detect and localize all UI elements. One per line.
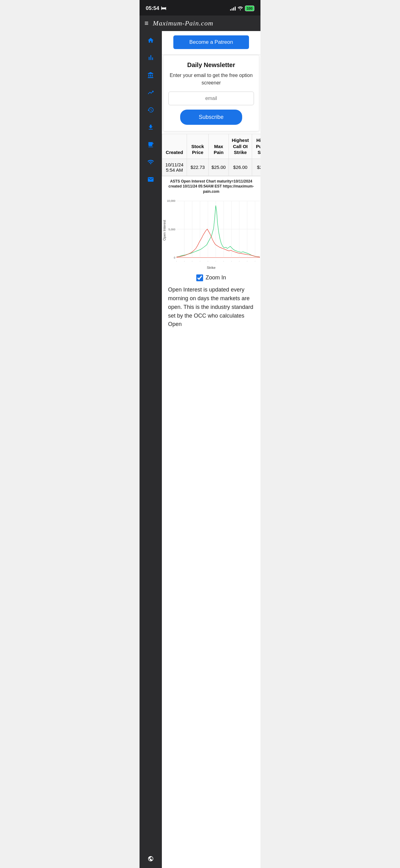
newsletter-section: Daily Newsletter Enter your email to get… bbox=[163, 55, 259, 131]
download-icon[interactable] bbox=[144, 122, 158, 133]
svg-text:.: . bbox=[200, 259, 200, 262]
chart-section: ASTS Open Interest Chart maturity=10/11/… bbox=[162, 176, 261, 334]
svg-text:.: . bbox=[176, 259, 177, 262]
svg-text:.: . bbox=[231, 259, 232, 262]
svg-text:.: . bbox=[247, 259, 247, 262]
status-time: 05:54 🛏 bbox=[146, 5, 166, 11]
home-icon[interactable] bbox=[144, 35, 158, 46]
chart-svg: 10,000 5,000 0 bbox=[167, 195, 261, 264]
col-header-call: Highest Call OI Strike bbox=[229, 134, 252, 159]
svg-text:5,000: 5,000 bbox=[168, 228, 175, 231]
history-icon[interactable] bbox=[144, 104, 158, 116]
cell-stock-price: $22.73 bbox=[187, 159, 209, 176]
signal-bars bbox=[230, 6, 236, 10]
col-header-put: Highe Put OI Strik bbox=[252, 134, 261, 159]
signal-bar-1 bbox=[230, 9, 231, 10]
svg-text:.: . bbox=[255, 259, 255, 262]
moon-icon[interactable] bbox=[144, 853, 158, 864]
data-table: Created Stock Price Max Pain Highest Cal… bbox=[162, 134, 261, 176]
info-text: Open Interest is updated every morning o… bbox=[162, 283, 261, 334]
email-input[interactable] bbox=[168, 92, 254, 105]
cell-created: 10/11/24 5:54 AM bbox=[162, 159, 187, 176]
zoom-label: Zoom In bbox=[206, 274, 226, 281]
signal-bar-2 bbox=[232, 8, 233, 10]
status-bar: 05:54 🛏 100 bbox=[139, 0, 261, 16]
subscribe-button[interactable]: Subscribe bbox=[180, 110, 242, 125]
signal-icon[interactable] bbox=[144, 156, 158, 168]
svg-text:.: . bbox=[207, 259, 208, 262]
data-table-wrapper: Created Stock Price Max Pain Highest Cal… bbox=[162, 134, 261, 176]
battery-display: 100 bbox=[245, 6, 254, 11]
signal-bar-4 bbox=[235, 6, 236, 10]
col-header-maxpain: Max Pain bbox=[209, 134, 229, 159]
bank-icon[interactable] bbox=[144, 69, 158, 81]
bed-icon: 🛏 bbox=[161, 5, 166, 11]
table-row: 10/11/24 5:54 AM $22.73 $25.00 $26.00 $2… bbox=[162, 159, 261, 176]
cell-max-pain: $25.00 bbox=[209, 159, 229, 176]
status-right: 100 bbox=[230, 6, 254, 11]
time-display: 05:54 bbox=[146, 5, 159, 11]
main-layout: Become a Patreon Daily Newsletter Enter … bbox=[139, 31, 261, 868]
newsletter-description: Enter your email to get the free option … bbox=[168, 72, 254, 87]
hamburger-icon[interactable]: ≡ bbox=[144, 19, 148, 27]
trending-icon[interactable] bbox=[144, 87, 158, 98]
svg-text:.: . bbox=[239, 259, 240, 262]
signal-bar-3 bbox=[233, 7, 234, 10]
table-header-row: Created Stock Price Max Pain Highest Cal… bbox=[162, 134, 261, 159]
cell-call-oi: $26.00 bbox=[229, 159, 252, 176]
svg-text:0: 0 bbox=[174, 256, 175, 259]
app-header: ≡ Maximum-Pain.com bbox=[139, 16, 261, 31]
zoom-section: Zoom In bbox=[162, 271, 261, 283]
mail-icon[interactable] bbox=[144, 174, 158, 185]
wifi-icon bbox=[237, 6, 243, 11]
content-area: Become a Patreon Daily Newsletter Enter … bbox=[162, 31, 261, 868]
chart-bar-icon[interactable] bbox=[144, 52, 158, 63]
patreon-button[interactable]: Become a Patreon bbox=[173, 35, 249, 49]
svg-text:10,000: 10,000 bbox=[167, 199, 175, 203]
col-header-stock: Stock Price bbox=[187, 134, 209, 159]
svg-text:.: . bbox=[223, 259, 224, 262]
zoom-checkbox[interactable] bbox=[196, 274, 203, 281]
y-axis-label: Open Interest bbox=[162, 195, 167, 265]
coffee-icon[interactable] bbox=[144, 139, 158, 150]
newsletter-title: Daily Newsletter bbox=[168, 61, 254, 69]
chart-title: ASTS Open Interest Chart maturity=10/11/… bbox=[162, 179, 261, 194]
sidebar bbox=[139, 31, 162, 868]
x-axis-label: Strike bbox=[162, 266, 261, 271]
cell-put-oi: $22.0 bbox=[252, 159, 261, 176]
col-header-created: Created bbox=[162, 134, 187, 159]
svg-text:.: . bbox=[184, 259, 185, 262]
svg-text:.: . bbox=[192, 259, 193, 262]
svg-text:.: . bbox=[215, 259, 216, 262]
app-title: Maximum-Pain.com bbox=[153, 19, 213, 27]
patreon-section: Become a Patreon bbox=[162, 31, 261, 55]
